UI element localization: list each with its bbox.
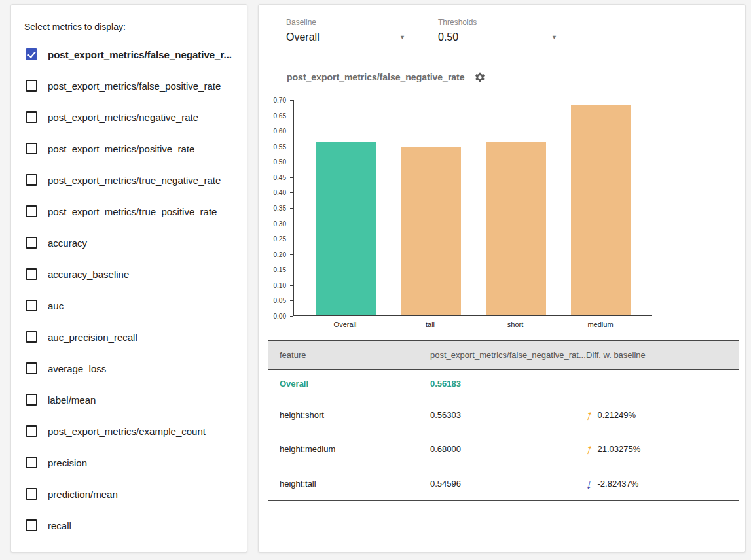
metric-list-item[interactable]: prediction/mean	[22, 478, 236, 510]
y-tick-label: 0.45	[274, 173, 286, 181]
metric-checkbox[interactable]	[26, 457, 37, 468]
metric-list-item[interactable]: post_export_metrics/positive_rate	[22, 133, 236, 164]
value-cell: 0.68000	[430, 444, 586, 454]
thresholds-select[interactable]: Thresholds 0.50 ▼	[438, 18, 557, 48]
x-tick-label: medium	[587, 321, 613, 328]
metric-checkbox[interactable]	[26, 80, 37, 92]
metric-label: post_export_metrics/false_positive_rate	[48, 80, 221, 92]
metric-checkbox[interactable]	[26, 48, 37, 60]
metric-checkbox[interactable]	[26, 300, 37, 311]
metric-list-item[interactable]: precision	[22, 447, 236, 478]
metrics-table: feature post_export_metrics/false_negati…	[268, 340, 739, 501]
metric-list: post_export_metrics/false_negative_r... …	[22, 39, 236, 541]
metric-checkbox[interactable]	[26, 488, 37, 500]
metric-checkbox[interactable]	[26, 331, 37, 343]
metric-label: accuracy_baseline	[48, 269, 129, 280]
header-diff-baseline: Diff. w. baseline	[586, 350, 739, 360]
metric-list-item[interactable]: post_export_metrics/false_positive_rate	[22, 70, 236, 101]
metric-list-item[interactable]: average_loss	[22, 353, 236, 384]
metric-list-item[interactable]: accuracy	[22, 227, 236, 258]
metric-select-title: Select metrics to display:	[24, 22, 236, 32]
metric-label: prediction/mean	[48, 489, 118, 500]
bar-chart: 0.000.050.100.150.200.250.300.350.400.45…	[259, 100, 678, 337]
metric-checkbox[interactable]	[26, 111, 37, 123]
table-body: Overall 0.56183 height:short 0.56303 ↑ 0…	[268, 370, 739, 500]
diff-value: 21.03275%	[598, 444, 641, 454]
thresholds-select-label: Thresholds	[438, 18, 557, 27]
table-row: height:medium 0.68000 ↑ 21.03275%	[268, 432, 739, 466]
metric-checkbox[interactable]	[26, 205, 37, 217]
y-tick-label: 0.55	[274, 143, 286, 150]
feature-cell: height:medium	[268, 444, 430, 454]
chevron-down-icon: ▼	[399, 34, 405, 41]
metric-list-item[interactable]: post_export_metrics/negative_rate	[22, 101, 236, 133]
feature-cell: height:tall	[268, 479, 430, 489]
metric-list-item[interactable]: auc	[22, 290, 236, 321]
baseline-select-value: Overall	[286, 31, 320, 43]
trend-up-icon: ↑	[584, 442, 595, 457]
x-axis-labels: Overalltallshortmedium	[293, 321, 652, 331]
metric-checkbox[interactable]	[26, 174, 37, 186]
value-cell: 0.56183	[430, 379, 586, 389]
plot-area	[293, 100, 652, 316]
metric-checkbox[interactable]	[26, 425, 37, 437]
diff-value: -2.82437%	[598, 479, 639, 489]
metric-list-item[interactable]: accuracy_baseline	[22, 258, 236, 290]
metric-checkbox[interactable]	[26, 143, 37, 154]
metric-list-item[interactable]: post_export_metrics/example_count	[22, 415, 236, 447]
bar-Overall[interactable]	[316, 142, 376, 315]
metric-checkbox[interactable]	[26, 362, 37, 374]
baseline-select[interactable]: Baseline Overall ▼	[286, 18, 405, 48]
y-tick-label: 0.20	[274, 251, 286, 258]
y-tick-label: 0.00	[274, 313, 286, 320]
bar-short[interactable]	[486, 142, 546, 315]
metric-select-panel: Select metrics to display: post_export_m…	[10, 4, 247, 553]
y-tick-mark	[290, 316, 293, 317]
trend-up-icon: ↑	[584, 408, 595, 423]
gear-icon[interactable]	[474, 71, 486, 83]
y-tick-label: 0.10	[274, 281, 286, 289]
baseline-select-label: Baseline	[286, 18, 405, 27]
table-row: height:short 0.56303 ↑ 0.21249%	[268, 398, 739, 432]
bar-medium[interactable]	[571, 105, 631, 315]
metric-label: post_export_metrics/example_count	[48, 426, 206, 437]
thresholds-select-value: 0.50	[438, 31, 458, 43]
metric-list-item[interactable]: label/mean	[22, 384, 236, 415]
y-tick-label: 0.40	[274, 189, 286, 196]
feature-cell: height:short	[268, 410, 430, 420]
metric-list-item[interactable]: post_export_metrics/true_negative_rate	[22, 164, 236, 196]
y-axis: 0.000.050.100.150.200.250.300.350.400.45…	[259, 100, 293, 316]
table-row: Overall 0.56183	[268, 370, 739, 398]
value-cell: 0.54596	[430, 479, 586, 489]
metric-checkbox[interactable]	[26, 237, 37, 249]
diff-value: 0.21249%	[598, 410, 636, 420]
metric-list-item[interactable]: post_export_metrics/false_negative_r...	[22, 39, 236, 70]
metric-label: accuracy	[48, 237, 87, 249]
metric-checkbox[interactable]	[26, 519, 37, 531]
metric-label: post_export_metrics/negative_rate	[48, 112, 198, 123]
metric-label: auc_precision_recall	[48, 332, 137, 343]
y-tick-label: 0.65	[274, 112, 286, 119]
metric-label: average_loss	[48, 363, 106, 374]
x-tick-label: Overall	[334, 321, 357, 328]
chart-title: post_export_metrics/false_negative_rate	[287, 72, 465, 82]
metric-label: post_export_metrics/true_negative_rate	[48, 175, 221, 186]
metric-label: label/mean	[48, 394, 96, 406]
y-tick-label: 0.60	[274, 128, 286, 135]
metric-label: auc	[48, 300, 64, 311]
bar-tall[interactable]	[401, 147, 461, 315]
value-cell: 0.56303	[430, 410, 586, 420]
metric-list-item[interactable]: recall	[22, 510, 236, 541]
y-tick-label: 0.25	[274, 236, 286, 243]
trend-down-icon: ↓	[585, 476, 595, 491]
header-feature: feature	[268, 350, 430, 360]
feature-cell: Overall	[268, 379, 430, 389]
metric-checkbox[interactable]	[26, 268, 37, 280]
table-header-row: feature post_export_metrics/false_negati…	[268, 341, 739, 370]
metric-checkbox[interactable]	[26, 394, 37, 406]
header-metric-value: post_export_metrics/false_negative_rat..…	[430, 350, 586, 360]
metric-list-item[interactable]: auc_precision_recall	[22, 321, 236, 353]
x-tick-label: short	[507, 321, 523, 328]
results-panel: Baseline Overall ▼ Thresholds 0.50 ▼ pos…	[258, 4, 746, 553]
metric-list-item[interactable]: post_export_metrics/true_positive_rate	[22, 196, 236, 227]
